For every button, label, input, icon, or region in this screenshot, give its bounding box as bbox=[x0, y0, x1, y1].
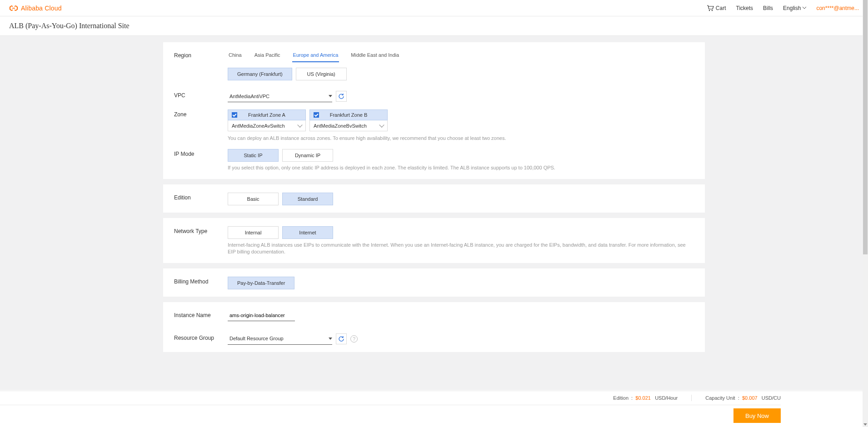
svg-point-2 bbox=[712, 10, 713, 10]
billing-pay-by-data-transfer[interactable]: Pay-by-Data-Transfer bbox=[228, 277, 294, 289]
row-resource-group: Resource Group Default Resource Group bbox=[174, 333, 694, 345]
resource-group-refresh-button[interactable] bbox=[336, 333, 347, 344]
edition-label: Edition bbox=[174, 193, 228, 201]
ip-mode-dynamic[interactable]: Dynamic IP bbox=[282, 149, 333, 162]
tab-europe-america[interactable]: Europe and America bbox=[292, 50, 339, 62]
zone-head-b[interactable]: Frankfurt Zone B bbox=[309, 109, 388, 120]
page-title: ALB (Pay-As-You-Go) International Site bbox=[9, 22, 859, 30]
row-edition: Edition Basic Standard bbox=[174, 193, 694, 205]
network-type-internal[interactable]: Internal bbox=[228, 226, 279, 239]
row-ip-mode: IP Mode Static IP Dynamic IP If you sele… bbox=[174, 149, 694, 171]
zone-head-a[interactable]: Frankfurt Zone A bbox=[228, 109, 306, 120]
language-label: English bbox=[783, 5, 801, 11]
resource-group-value: Default Resource Group bbox=[229, 336, 284, 341]
network-type-label: Network Type bbox=[174, 226, 228, 234]
zone-boxes: Frankfurt Zone A AntMediaZoneAvSwitch Fr… bbox=[228, 109, 694, 131]
vpc-label: VPC bbox=[174, 90, 228, 99]
zone-a-name: Frankfurt Zone A bbox=[248, 112, 285, 118]
zone-a-vswitch-value: AntMediaZoneAvSwitch bbox=[232, 123, 285, 129]
language-selector[interactable]: English bbox=[783, 5, 806, 11]
scrollbar[interactable] bbox=[863, 0, 868, 390]
vpc-value: AntMediaAntiVPC bbox=[229, 94, 269, 99]
panel-edition: Edition Basic Standard bbox=[163, 184, 705, 213]
sub-header: ALB (Pay-As-You-Go) International Site bbox=[0, 16, 868, 36]
vpc-refresh-button[interactable] bbox=[336, 91, 347, 102]
region-options: Germany (Frankfurt) US (Virginia) bbox=[228, 68, 694, 80]
brand: Alibaba Cloud bbox=[9, 5, 62, 12]
ip-mode-static[interactable]: Static IP bbox=[228, 149, 279, 162]
checkbox-checked-icon bbox=[314, 112, 319, 118]
svg-rect-0 bbox=[12, 8, 15, 9]
tab-asia-pacific[interactable]: Asia Pacific bbox=[254, 50, 281, 62]
panel-network-type: Network Type Internal Internet Internet-… bbox=[163, 218, 705, 263]
zone-label: Zone bbox=[174, 109, 228, 118]
scrollbar-thumb[interactable] bbox=[863, 0, 868, 254]
zone-a-vswitch-select[interactable]: AntMediaZoneAvSwitch bbox=[228, 120, 306, 131]
checkbox-checked-icon bbox=[232, 112, 237, 118]
svg-point-1 bbox=[709, 10, 710, 10]
chevron-down-icon bbox=[329, 338, 332, 340]
help-icon[interactable]: ? bbox=[350, 335, 358, 343]
main-area: Region China Asia Pacific Europe and Ame… bbox=[0, 36, 868, 390]
cart-label: Cart bbox=[716, 5, 726, 11]
panel-instance: Instance Name Resource Group Default Res… bbox=[163, 302, 705, 352]
region-germany-frankfurt[interactable]: Germany (Frankfurt) bbox=[228, 68, 292, 80]
region-label: Region bbox=[174, 50, 228, 59]
instance-name-label: Instance Name bbox=[174, 310, 228, 318]
cart-link[interactable]: Cart bbox=[707, 5, 726, 11]
top-header: Alibaba Cloud Cart Tickets Bills English… bbox=[0, 0, 868, 16]
ip-mode-help: If you select this option, only one stat… bbox=[228, 164, 694, 171]
zone-box-a: Frankfurt Zone A AntMediaZoneAvSwitch bbox=[228, 109, 306, 131]
edition-basic[interactable]: Basic bbox=[228, 193, 279, 205]
brand-name: Alibaba Cloud bbox=[21, 5, 62, 12]
row-instance-name: Instance Name bbox=[174, 310, 694, 321]
top-right-nav: Cart Tickets Bills English con****@antme… bbox=[707, 5, 859, 11]
refresh-icon bbox=[338, 336, 344, 342]
bills-link[interactable]: Bills bbox=[763, 5, 773, 11]
chevron-down-icon bbox=[297, 122, 302, 127]
row-zone: Zone Frankfurt Zone A AntMediaZoneAvSwit… bbox=[174, 109, 694, 142]
row-billing: Billing Method Pay-by-Data-Transfer bbox=[174, 277, 694, 289]
instance-name-input[interactable] bbox=[228, 310, 295, 321]
zone-b-name: Frankfurt Zone B bbox=[330, 112, 368, 118]
chevron-down-icon bbox=[329, 95, 332, 97]
row-vpc: VPC AntMediaAntiVPC bbox=[174, 90, 694, 102]
zone-help: You can deploy an ALB instance across zo… bbox=[228, 135, 694, 142]
zone-b-vswitch-value: AntMediaZoneBvSwitch bbox=[314, 123, 367, 129]
panel-network: Region China Asia Pacific Europe and Ame… bbox=[163, 42, 705, 179]
resource-group-label: Resource Group bbox=[174, 333, 228, 341]
refresh-icon bbox=[338, 93, 344, 99]
panel-billing: Billing Method Pay-by-Data-Transfer bbox=[163, 268, 705, 297]
tickets-link[interactable]: Tickets bbox=[736, 5, 753, 11]
billing-label: Billing Method bbox=[174, 277, 228, 285]
row-region: Region China Asia Pacific Europe and Ame… bbox=[174, 50, 694, 80]
ip-mode-label: IP Mode bbox=[174, 149, 228, 157]
zone-b-vswitch-select[interactable]: AntMediaZoneBvSwitch bbox=[309, 120, 388, 131]
tab-china[interactable]: China bbox=[228, 50, 243, 62]
chevron-down-icon bbox=[379, 122, 384, 127]
chevron-down-icon bbox=[803, 7, 806, 9]
network-type-internet[interactable]: Internet bbox=[282, 226, 333, 239]
user-link[interactable]: con****@antme... bbox=[816, 5, 859, 11]
brand-logo-icon bbox=[9, 5, 18, 12]
region-us-virginia[interactable]: US (Virginia) bbox=[296, 68, 347, 80]
tab-middle-east-india[interactable]: Middle East and India bbox=[350, 50, 400, 62]
network-type-help: Internet-facing ALB instances use EIPs t… bbox=[228, 242, 694, 256]
resource-group-select[interactable]: Default Resource Group bbox=[228, 333, 332, 345]
region-tabs: China Asia Pacific Europe and America Mi… bbox=[228, 50, 694, 62]
zone-box-b: Frankfurt Zone B AntMediaZoneBvSwitch bbox=[309, 109, 388, 131]
cart-icon bbox=[707, 5, 714, 11]
row-network-type: Network Type Internal Internet Internet-… bbox=[174, 226, 694, 256]
vpc-select[interactable]: AntMediaAntiVPC bbox=[228, 90, 332, 102]
edition-standard[interactable]: Standard bbox=[282, 193, 333, 205]
